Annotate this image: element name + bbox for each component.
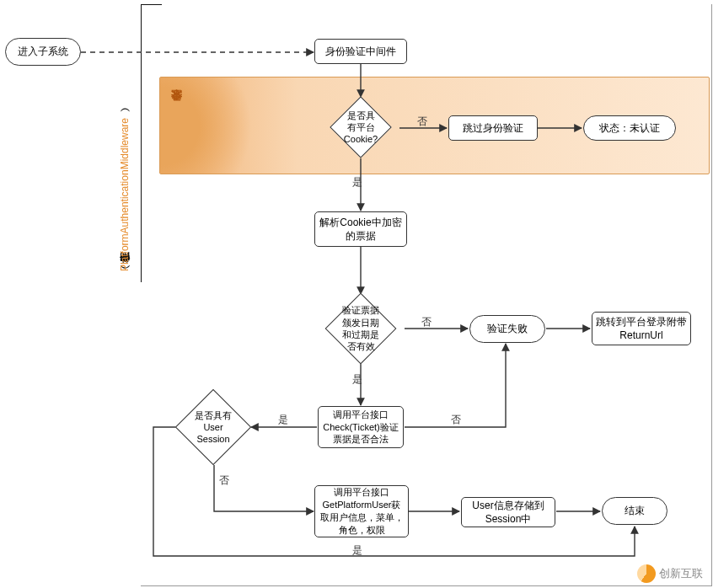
watermark: 创新互联 [637, 564, 703, 583]
watermark-text: 创新互联 [659, 566, 703, 581]
node-auth-middleware: 身份验证中间件 [314, 39, 407, 64]
node-enter-subsystem: 进入子系统 [5, 38, 81, 66]
middleware-axis-label: 中间件（PlatformAuthenticationMiddleware） [118, 118, 132, 271]
label-yes-1: 是 [352, 175, 362, 190]
axis-horizontal [141, 4, 162, 5]
node-redirect-login: 跳转到平台登录附带ReturnUrl [592, 312, 691, 345]
label-no-1: 否 [417, 115, 427, 129]
node-check-ticket: 调用平台接口Check(Ticket)验证票据是否合法 [318, 406, 404, 448]
node-parse-cookie: 解析Cookie中加密的票据 [314, 211, 407, 247]
node-save-session: User信息存储到Session中 [461, 497, 555, 527]
label-no-3: 否 [451, 413, 461, 427]
node-skip-auth: 跳过身份验证 [448, 115, 538, 141]
axis-vertical [141, 4, 142, 282]
node-end: 结束 [602, 497, 667, 525]
node-verify-fail: 验证失败 [469, 315, 545, 343]
label-yes-3: 是 [278, 413, 288, 427]
label-no-4: 否 [219, 473, 229, 488]
label-no-2: 否 [421, 315, 432, 329]
watermark-icon [637, 564, 656, 583]
node-state-unauth: 状态：未认证 [583, 115, 676, 141]
label-yes-2: 是 [352, 372, 362, 387]
label-yes-4: 是 [352, 543, 362, 558]
node-get-user: 调用平台接口GetPlatformUser获取用户信息，菜单，角色，权限 [314, 485, 409, 537]
